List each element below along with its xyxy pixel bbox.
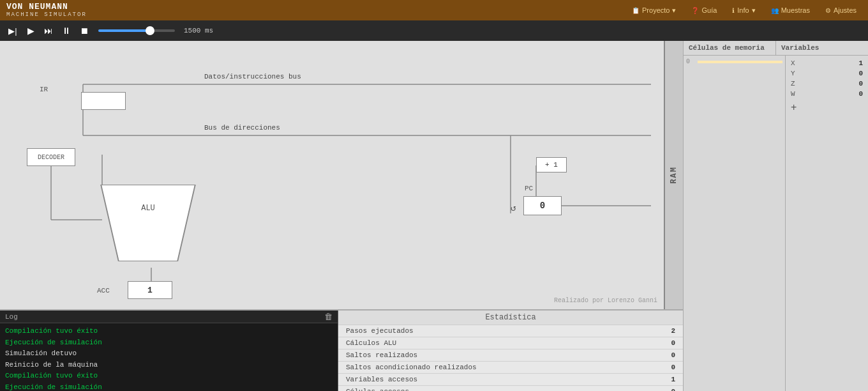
datos-bus-label: Datos/instrucciones bus	[204, 73, 301, 80]
stats-rows: Pasos ejecutados2Cálculos ALU0Saltos rea…	[338, 325, 683, 391]
stat-label: Células accesos	[346, 388, 409, 391]
log-line: Ejecución de simulación	[5, 337, 333, 349]
log-line: Reinicio de la máquina	[5, 360, 333, 371]
dir-bus-label: Bus de direcciones	[204, 124, 280, 132]
ajustes-menu[interactable]: ⚙ Ajustes	[820, 4, 862, 16]
speed-slider[interactable]	[98, 29, 175, 32]
guia-menu[interactable]: ❓ Guía	[686, 4, 722, 16]
decoder-box: DECODER	[27, 148, 75, 166]
stats-header: Estadística	[338, 310, 683, 325]
right-panel-body: 0 X1Y0Z0W0+	[684, 56, 868, 391]
stat-value: 2	[656, 327, 675, 335]
acc-value-box: 1	[128, 281, 172, 299]
main-content: Datos/instrucciones bus Bus de direccion…	[0, 41, 868, 391]
info-menu[interactable]: ℹ Info ▾	[727, 4, 760, 17]
speed-label: 1500 ms	[184, 27, 213, 34]
stat-value: 0	[656, 388, 675, 391]
right-panel: Células de memoria Variables 0 X1Y0Z0W0+	[683, 41, 868, 391]
mem-cells-title: Células de memoria	[684, 41, 775, 55]
var-value: 0	[858, 80, 863, 88]
stat-label: Pasos ejecutados	[346, 327, 414, 335]
log-line: Simulación detuvo	[5, 348, 333, 360]
stat-row: Células accesos0	[338, 386, 683, 391]
stat-row: Cálculos ALU0	[338, 337, 683, 349]
file-icon: 📋	[632, 7, 640, 14]
settings-icon: ⚙	[825, 7, 831, 14]
ram-component: RAM	[664, 41, 683, 309]
proyecto-menu[interactable]: 📋 Proyecto ▾	[627, 4, 681, 17]
muestras-menu[interactable]: 👥 Muestras	[766, 4, 815, 16]
info-icon: ℹ	[732, 7, 735, 14]
stat-row: Saltos acondicionado realizados0	[338, 362, 683, 374]
simulation-canvas: Datos/instrucciones bus Bus de direccion…	[0, 41, 683, 309]
log-title: Log	[5, 313, 18, 321]
ir-box	[81, 92, 126, 110]
log-content[interactable]: Compilación tuvo éxitoEjecución de simul…	[0, 323, 338, 391]
stat-row: Pasos ejecutados2	[338, 325, 683, 337]
variables-panel: X1Y0Z0W0+	[785, 56, 868, 391]
ram-label: RAM	[670, 166, 678, 184]
var-value: 0	[858, 90, 863, 98]
help-icon: ❓	[691, 7, 699, 14]
log-panel: Log 🗑 Compilación tuvo éxitoEjecución de…	[0, 310, 338, 391]
top-navigation: VON NEUMANN MACHINE SIMULATOR 📋 Proyecto…	[0, 0, 868, 20]
pc-increment-box: + 1	[536, 157, 567, 172]
stat-label: Saltos acondicionado realizados	[346, 364, 477, 371]
stat-value: 0	[656, 339, 675, 347]
simulator-area: Datos/instrucciones bus Bus de direccion…	[0, 41, 683, 391]
pc-value-box: 0	[523, 196, 562, 215]
svg-marker-11	[101, 185, 195, 261]
wires-svg	[0, 41, 683, 309]
log-clear-button[interactable]: 🗑	[324, 312, 333, 321]
stat-value: 0	[656, 351, 675, 359]
ir-label: IR	[40, 86, 48, 93]
acc-label: ACC	[97, 287, 110, 295]
bottom-area: Log 🗑 Compilación tuvo éxitoEjecución de…	[0, 309, 683, 391]
alu-label: ALU	[141, 204, 155, 213]
step-forward-button[interactable]: ⏭	[41, 23, 56, 38]
memory-cells-panel[interactable]: 0	[684, 56, 785, 391]
alu-component: ALU	[97, 185, 199, 261]
variable-row: W0	[788, 89, 865, 99]
samples-icon: 👥	[771, 7, 779, 14]
variable-row: Y0	[788, 68, 865, 79]
run-to-start-button[interactable]: ▶|	[5, 23, 20, 38]
simulation-toolbar: ▶| ▶ ⏭ ⏸ ⏹ 1500 ms	[0, 20, 868, 41]
variables-title: Variables	[775, 41, 868, 55]
variable-row: X1	[788, 58, 865, 68]
play-button[interactable]: ▶	[23, 23, 38, 38]
stat-row: Saltos realizados0	[338, 349, 683, 362]
log-line: Compilación tuvo éxito	[5, 326, 333, 337]
stat-value: 1	[656, 376, 675, 383]
mem-index-0: 0	[686, 58, 696, 65]
stat-row: Variables accesos1	[338, 374, 683, 386]
stats-panel: Estadística Pasos ejecutados2Cálculos AL…	[338, 310, 683, 391]
stat-label: Cálculos ALU	[346, 339, 396, 347]
var-name: W	[791, 90, 795, 98]
add-variable-button[interactable]: +	[788, 99, 799, 116]
var-value: 0	[858, 70, 863, 77]
var-name: X	[791, 59, 795, 67]
credit-label: Realizado por Lorenzo Ganni	[554, 297, 657, 304]
memory-row-0: 0	[686, 58, 782, 65]
stop-button[interactable]: ⏹	[77, 23, 92, 38]
var-name: Z	[791, 80, 795, 88]
brand-subtitle: MACHINE SIMULATOR	[6, 12, 87, 19]
variable-row: Z0	[788, 79, 865, 89]
var-name: Y	[791, 70, 795, 77]
brand-logo: VON NEUMANN MACHINE SIMULATOR	[6, 2, 87, 19]
log-header: Log 🗑	[0, 310, 338, 323]
mem-cell-0[interactable]	[698, 61, 782, 63]
pc-label: PC	[525, 185, 533, 192]
var-value: 1	[858, 59, 863, 67]
stat-value: 0	[656, 364, 675, 371]
stat-label: Variables accesos	[346, 376, 417, 383]
log-line: Ejecución de simulación	[5, 382, 333, 391]
stat-label: Saltos realizados	[346, 351, 417, 359]
log-line: Compilación tuvo éxito	[5, 371, 333, 382]
pc-reset-button[interactable]: ↺	[511, 203, 516, 213]
brand-name: VON NEUMANN	[6, 2, 87, 12]
pause-button[interactable]: ⏸	[59, 23, 74, 38]
right-panel-header: Células de memoria Variables	[684, 41, 868, 56]
